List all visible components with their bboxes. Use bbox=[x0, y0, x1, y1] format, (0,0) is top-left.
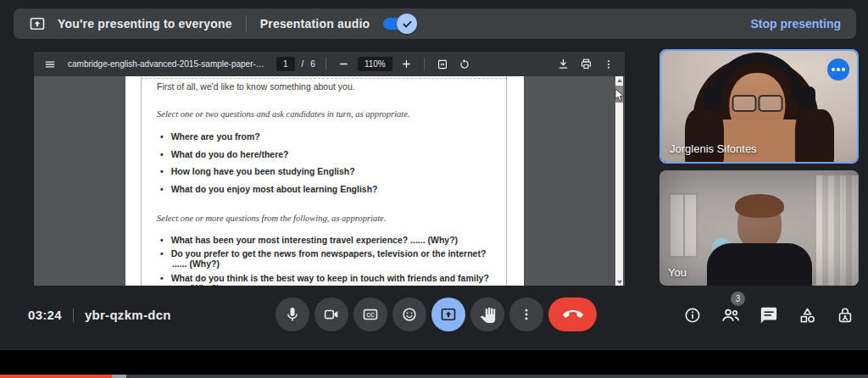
download-icon bbox=[557, 58, 570, 70]
presenting-text: You're presenting to everyone bbox=[58, 17, 232, 31]
intro-line: First of all, we'd like to know somethin… bbox=[157, 81, 501, 92]
activities-icon bbox=[798, 306, 817, 325]
presenting-banner: You're presenting to everyone Presentati… bbox=[14, 8, 856, 39]
progress-remaining bbox=[126, 375, 868, 378]
question-item: How long have you been studying English? bbox=[172, 166, 501, 176]
pdf-viewer: cambridge-english-advanced-2015-sample-p… bbox=[34, 52, 625, 286]
meeting-timer: 03:24 bbox=[28, 308, 62, 322]
video-progress-bar[interactable] bbox=[0, 375, 868, 378]
camera-icon bbox=[323, 306, 340, 323]
print-icon bbox=[580, 58, 593, 70]
menu-icon bbox=[44, 58, 56, 70]
table-border bbox=[506, 76, 507, 286]
camera-button[interactable] bbox=[314, 297, 348, 331]
question-item: What do you enjoy most about learning En… bbox=[172, 184, 501, 194]
chat-icon bbox=[760, 306, 778, 325]
zoom-out-button[interactable] bbox=[337, 57, 351, 71]
banner-divider bbox=[246, 16, 247, 31]
participant-count-badge: 3 bbox=[731, 292, 745, 306]
pdf-toolbar: cambridge-english-advanced-2015-sample-p… bbox=[34, 52, 625, 76]
fit-page-icon bbox=[437, 58, 448, 70]
lock-person-icon bbox=[836, 306, 854, 325]
pdf-more-options-button[interactable] bbox=[601, 57, 616, 72]
more-options-button[interactable] bbox=[509, 297, 543, 331]
instruction-line: Select one or two questions and ask cand… bbox=[157, 109, 501, 119]
print-button[interactable] bbox=[578, 56, 594, 72]
raise-hand-button[interactable] bbox=[470, 297, 504, 331]
rotate-button[interactable] bbox=[457, 57, 472, 72]
rotate-icon bbox=[459, 58, 470, 70]
scroll-up-button[interactable] bbox=[615, 76, 623, 84]
emoji-icon bbox=[401, 306, 418, 323]
info-button[interactable] bbox=[682, 305, 703, 325]
zoom-level-box[interactable]: 110% bbox=[358, 57, 392, 71]
toolbar-separator bbox=[326, 58, 326, 70]
question-item: What do you think is the best way to kee… bbox=[172, 273, 501, 286]
reactions-button[interactable] bbox=[392, 297, 426, 331]
presentation-audio-toggle[interactable] bbox=[383, 18, 414, 30]
hand-icon bbox=[480, 307, 496, 323]
participant-tile-you[interactable]: You bbox=[659, 170, 859, 286]
instruction-line: Select one or more questions from the fo… bbox=[157, 214, 501, 223]
page-separator: / bbox=[302, 59, 304, 69]
meeting-info: 03:24 ybr-qzkm-dcn bbox=[28, 308, 171, 322]
participant-name: You bbox=[668, 266, 687, 279]
page-number-box[interactable]: 1 bbox=[276, 57, 295, 71]
question-item: Do you prefer to get the news from newsp… bbox=[172, 248, 501, 269]
info-icon bbox=[683, 306, 702, 325]
question-list-2: What has been your most interesting trav… bbox=[157, 235, 501, 286]
pdf-menu-button[interactable] bbox=[42, 57, 58, 72]
question-item: What has been your most interesting trav… bbox=[172, 235, 501, 245]
end-call-button[interactable] bbox=[548, 297, 597, 331]
svg-text:CC: CC bbox=[366, 312, 375, 318]
mouse-cursor bbox=[615, 88, 625, 103]
progress-played bbox=[0, 375, 112, 378]
toggle-knob bbox=[397, 14, 417, 34]
info-divider bbox=[73, 309, 74, 322]
participant-video bbox=[659, 170, 859, 286]
pdf-document-area[interactable]: First of all, we'd like to know somethin… bbox=[34, 76, 625, 286]
page-content: First of all, we'd like to know somethin… bbox=[157, 76, 501, 286]
pdf-scrollbar[interactable] bbox=[615, 76, 623, 286]
progress-buffer bbox=[112, 375, 126, 378]
download-button[interactable] bbox=[555, 56, 571, 72]
question-list-1: Where are you from?What do you do here/t… bbox=[157, 131, 501, 194]
meeting-code: ybr-qzkm-dcn bbox=[85, 308, 171, 322]
fit-page-button[interactable] bbox=[435, 57, 450, 72]
people-icon bbox=[721, 305, 741, 325]
table-border bbox=[141, 76, 142, 286]
stop-presenting-button[interactable]: Stop presenting bbox=[750, 17, 841, 31]
pdf-page: First of all, we'd like to know somethin… bbox=[125, 76, 524, 286]
chat-button[interactable] bbox=[759, 305, 779, 325]
check-icon bbox=[402, 19, 413, 30]
present-icon bbox=[440, 306, 457, 323]
meet-window: You're presenting to everyone Presentati… bbox=[0, 0, 868, 350]
zoom-in-button[interactable] bbox=[399, 57, 414, 71]
presentation-audio-label: Presentation audio bbox=[260, 17, 370, 31]
participant-name: Jorglenis Sifontes bbox=[670, 142, 757, 155]
present-button[interactable] bbox=[431, 297, 465, 331]
more-vert-icon bbox=[519, 307, 534, 322]
more-vert-icon bbox=[603, 58, 615, 70]
people-button[interactable]: 3 bbox=[721, 305, 741, 325]
captions-icon: CC bbox=[362, 306, 379, 323]
call-end-icon bbox=[563, 304, 583, 325]
plus-icon bbox=[401, 58, 412, 69]
call-controls: CC bbox=[275, 297, 597, 331]
desktop-area bbox=[0, 350, 868, 378]
question-item: Where are you from? bbox=[172, 131, 501, 142]
toolbar-separator bbox=[424, 58, 425, 70]
activities-button[interactable] bbox=[797, 305, 817, 325]
captions-button[interactable]: CC bbox=[353, 297, 387, 331]
question-item: What do you do here/there? bbox=[172, 149, 501, 159]
host-controls-button[interactable] bbox=[835, 305, 855, 325]
minus-icon bbox=[338, 58, 349, 69]
page-total: 6 bbox=[310, 59, 315, 69]
present-icon bbox=[29, 15, 46, 32]
scroll-down-button[interactable] bbox=[615, 278, 623, 286]
pdf-filename: cambridge-english-advanced-2015-sample-p… bbox=[68, 59, 264, 69]
tile-options-button[interactable] bbox=[827, 58, 849, 81]
participant-tile-jorglenis[interactable]: Jorglenis Sifontes bbox=[659, 49, 859, 164]
mic-button[interactable] bbox=[275, 297, 309, 331]
mic-icon bbox=[284, 306, 301, 323]
